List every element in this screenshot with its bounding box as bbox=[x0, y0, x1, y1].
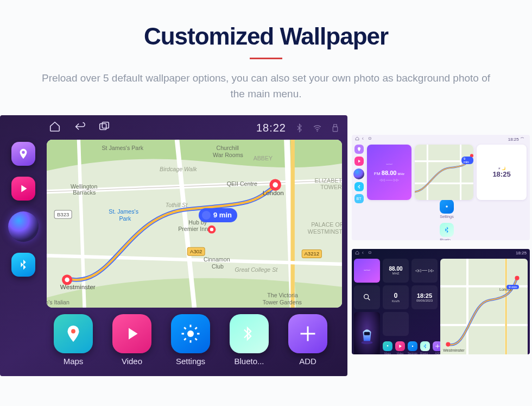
car-render-b bbox=[354, 312, 380, 354]
map-card-b[interactable]: LondonWestminster 9 min bbox=[440, 259, 528, 354]
side-bt-label[interactable]: BT bbox=[354, 194, 364, 203]
svg-rect-4 bbox=[333, 127, 338, 132]
map-label: War Rooms bbox=[213, 152, 243, 158]
status-bar: 18:22 bbox=[0, 115, 347, 140]
svg-point-11 bbox=[210, 228, 213, 231]
fm-card[interactable]: 〰〰 FM 88.00 MHz ◁◁ ─── ▷▷ bbox=[367, 145, 411, 200]
page-title: Customized Wallpaper bbox=[33, 23, 499, 50]
mhz-tile-b[interactable]: 88.00MHZ bbox=[383, 259, 409, 283]
svg-text:Westminster: Westminster bbox=[443, 348, 465, 353]
map-label: Club bbox=[212, 263, 224, 269]
dock-video[interactable]: Video bbox=[109, 314, 155, 366]
dock-add[interactable]: ADD bbox=[284, 314, 331, 366]
dock-a: Maps Video Settings Blueto... ADD 18:250… bbox=[367, 203, 527, 235]
svg-rect-20 bbox=[369, 138, 371, 139]
map-label: The Victoria bbox=[267, 292, 298, 298]
svg-point-28 bbox=[446, 342, 450, 346]
map-label: TOWER bbox=[320, 183, 342, 190]
speed-tile-b: 0Km/h bbox=[383, 285, 409, 309]
map-eta-badge: 9 min bbox=[199, 208, 237, 222]
dock-a-settings[interactable]: Settings bbox=[440, 199, 454, 218]
sidebar-a: BT bbox=[352, 143, 366, 240]
dock-b-video[interactable]: Video bbox=[395, 341, 405, 354]
hero: Customized Wallpaper Preload over 5 defa… bbox=[0, 0, 532, 115]
dock-a-blueto[interactable]: Blueto... bbox=[440, 223, 454, 240]
page-subtitle: Preload over 5 default wallpaper options… bbox=[38, 70, 494, 102]
map-label: Westminster bbox=[60, 283, 96, 290]
map-label: ELIZABETH bbox=[315, 177, 342, 184]
sidebar bbox=[0, 140, 47, 376]
svg-rect-26 bbox=[369, 252, 371, 253]
back-icon[interactable] bbox=[74, 121, 86, 133]
title-divider bbox=[250, 58, 282, 59]
blank-tile-b2 bbox=[411, 312, 438, 336]
dock-bluetooth[interactable]: Blueto... bbox=[226, 314, 273, 366]
map-card-a[interactable]: 9 min bbox=[415, 145, 473, 200]
map-label: Cinnamon bbox=[204, 256, 230, 263]
svg-rect-27 bbox=[440, 259, 528, 354]
map-label: Churchill bbox=[216, 145, 238, 151]
map-label: Tower Gardens bbox=[263, 298, 302, 305]
media-controls-b[interactable]: ◁◁ ── ▷▷ bbox=[411, 259, 438, 283]
fm-tile-b[interactable]: 〰〰 bbox=[354, 259, 380, 283]
svg-text:A3212: A3212 bbox=[304, 251, 319, 257]
blank-tile-b bbox=[383, 312, 409, 336]
search-tile-b[interactable] bbox=[354, 285, 380, 309]
eta-badge-a: 9 min bbox=[461, 157, 473, 164]
home-icon[interactable] bbox=[49, 121, 61, 133]
svg-text:A302: A302 bbox=[190, 248, 202, 254]
side-orb-icon[interactable] bbox=[353, 168, 364, 179]
side-bt-icon[interactable] bbox=[354, 182, 364, 191]
svg-rect-21 bbox=[415, 145, 473, 200]
wallpaper-previews: 18:22 bbox=[0, 115, 532, 398]
dock-maps[interactable]: Maps bbox=[50, 314, 97, 366]
map-label: Wellington bbox=[71, 183, 98, 189]
map-widget[interactable]: St James's Park Churchill War Rooms ABBE… bbox=[47, 140, 342, 308]
dock-b-blueto[interactable]: Blueto... bbox=[420, 341, 430, 354]
eta-badge-b: 9 min bbox=[506, 285, 519, 289]
svg-point-18 bbox=[71, 329, 75, 333]
map-label: Great College St bbox=[235, 266, 278, 273]
side-location-icon[interactable] bbox=[354, 145, 364, 154]
dock-b-settings[interactable]: Settings bbox=[408, 341, 417, 354]
map-label: WESTMINSTER bbox=[308, 228, 342, 234]
clock: 18:22 bbox=[256, 122, 286, 134]
map-label: ABBEY bbox=[254, 155, 273, 161]
map-label: QEII Centre bbox=[227, 180, 257, 187]
sidebar-assistant[interactable] bbox=[8, 211, 39, 242]
svg-point-19 bbox=[187, 330, 194, 337]
wifi-status-icon bbox=[313, 123, 322, 133]
map-label: Barracks bbox=[73, 189, 96, 196]
side-play-icon[interactable] bbox=[354, 157, 364, 166]
app-dock: Maps Video Settings Blueto... ADD bbox=[47, 314, 342, 376]
usb-status-icon bbox=[331, 123, 340, 133]
svg-point-35 bbox=[387, 345, 389, 347]
recents-icon[interactable] bbox=[98, 121, 110, 133]
status-left bbox=[49, 121, 120, 135]
head-unit-preview-dark: 18:25 〰〰 88.00MHZ ◁◁ ── ▷▷ LondonWestmin… bbox=[352, 249, 530, 354]
clock-card-a: ☀ 🌙 18:25 bbox=[477, 145, 527, 200]
clock-tile-b: 18:2509/06/2023 bbox=[411, 285, 438, 309]
dock-settings[interactable]: Settings bbox=[167, 314, 214, 366]
dock-b-maps[interactable]: Maps bbox=[383, 341, 392, 354]
bluetooth-status-icon bbox=[295, 123, 304, 133]
map-label: PALACE OF bbox=[311, 221, 342, 228]
map-label: Premier Inn bbox=[178, 226, 208, 232]
status-right: 18:22 bbox=[256, 122, 340, 134]
svg-point-32 bbox=[364, 295, 369, 299]
svg-point-9 bbox=[273, 182, 278, 188]
map-label: Birdcage Walk bbox=[160, 165, 197, 172]
head-unit-preview-light: 18:25 BT 〰〰 FM 88.00 MHz ◁◁ ─── ▷▷ 9 min… bbox=[352, 135, 530, 240]
sidebar-media[interactable] bbox=[11, 177, 35, 201]
dock-b: Maps Video Settings Blueto... ADD bbox=[383, 339, 438, 354]
svg-point-7 bbox=[65, 277, 69, 282]
sidebar-location[interactable] bbox=[11, 142, 35, 166]
svg-text:B323: B323 bbox=[57, 211, 69, 217]
svg-point-33 bbox=[362, 341, 373, 345]
map-label: London bbox=[263, 189, 284, 196]
svg-rect-34 bbox=[364, 332, 370, 335]
svg-point-36 bbox=[412, 346, 414, 347]
svg-rect-3 bbox=[334, 124, 337, 127]
sidebar-bluetooth[interactable] bbox=[11, 253, 35, 277]
map-label: Tothill St bbox=[166, 201, 188, 208]
